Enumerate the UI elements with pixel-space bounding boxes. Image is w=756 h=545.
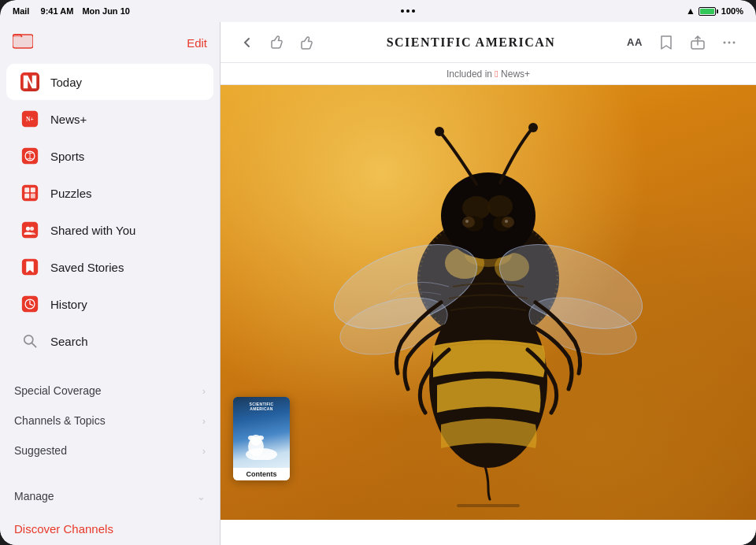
svg-point-20 xyxy=(724,41,726,43)
status-bar-right: ▲ 100% xyxy=(686,6,743,17)
svg-rect-7 xyxy=(24,187,29,192)
nav-item-sports[interactable]: Sports xyxy=(6,138,213,174)
sports-label: Sports xyxy=(50,150,84,163)
sports-icon xyxy=(19,145,41,167)
search-label: Search xyxy=(50,335,88,348)
battery-nub xyxy=(717,9,718,13)
chevron-right-icon-channels: › xyxy=(202,415,206,427)
share-button[interactable] xyxy=(684,28,712,57)
today-label: Today xyxy=(50,76,82,89)
nav-group xyxy=(233,28,321,57)
nav-item-search[interactable]: Search xyxy=(6,323,213,359)
battery-icon xyxy=(699,7,718,16)
dislike-button[interactable] xyxy=(263,28,291,57)
svg-point-21 xyxy=(728,41,731,43)
svg-point-43 xyxy=(505,220,508,223)
back-icon xyxy=(240,35,254,50)
svg-rect-9 xyxy=(24,194,29,198)
channels-topics-label: Channels & Topics xyxy=(14,414,106,427)
history-label: History xyxy=(50,298,87,311)
expand-special-coverage[interactable]: Special Coverage › xyxy=(0,376,220,406)
more-icon xyxy=(721,35,737,50)
like-button[interactable] xyxy=(293,28,321,57)
manage-links-container: Discover Channels Notifications & Email … xyxy=(0,511,220,545)
today-n-icon xyxy=(20,72,39,91)
svg-point-48 xyxy=(258,436,264,440)
article-body: SCIENTIFICAMERICAN Contents xyxy=(220,85,756,545)
saved-icon xyxy=(19,256,41,278)
svg-line-18 xyxy=(32,343,36,347)
ipad-frame: Mail 9:41 AM Mon Jun 10 ▲ 100% xyxy=(0,0,756,545)
folder-icon[interactable] xyxy=(13,32,33,54)
expand-channels-topics[interactable]: Channels & Topics › xyxy=(0,406,220,436)
svg-point-33 xyxy=(435,127,444,136)
history-icon xyxy=(19,293,41,315)
svg-rect-11 xyxy=(22,222,38,238)
article-toolbar: SCIENTIFIC AMERICAN AA xyxy=(220,22,756,63)
nav-section-manage: Manage ⌄ Discover Channels Notifications… xyxy=(0,478,220,545)
newsplus-icon: N+ xyxy=(19,108,41,130)
nav-item-history[interactable]: History xyxy=(6,286,213,322)
special-coverage-label: Special Coverage xyxy=(14,384,102,397)
thumb-sci-am-label: SCIENTIFICAMERICAN xyxy=(233,399,290,411)
nav-item-saved[interactable]: Saved Stories xyxy=(6,249,213,285)
newsplus-banner: Included in  News+ xyxy=(220,63,756,85)
toolbar-right-group: AA xyxy=(621,28,743,57)
nav-item-newsplus[interactable]: N+ News+ xyxy=(6,101,213,137)
share-icon xyxy=(690,35,706,50)
edit-button[interactable]: Edit xyxy=(187,36,207,50)
nav-item-shared[interactable]: Shared with You xyxy=(6,212,213,248)
article-publication-title: SCIENTIFIC AMERICAN xyxy=(328,35,614,50)
svg-text:N+: N+ xyxy=(26,116,34,123)
bookmark-icon xyxy=(659,35,673,50)
main-content: SCIENTIFIC AMERICAN AA xyxy=(220,22,756,545)
back-button[interactable] xyxy=(233,28,261,57)
font-size-label: AA xyxy=(627,36,643,48)
nav-item-today[interactable]: Today xyxy=(6,64,213,100)
battery-body xyxy=(699,7,716,16)
manage-label: Manage xyxy=(14,490,54,502)
newsplus-banner-text: Included in  News+ xyxy=(447,69,530,80)
newsplus-label: News+ xyxy=(50,113,87,126)
sidebar: Edit Today xyxy=(0,22,220,545)
chevron-right-icon-suggested: › xyxy=(202,445,206,457)
font-size-button[interactable]: AA xyxy=(621,28,649,57)
magazine-thumbnail[interactable]: SCIENTIFICAMERICAN Contents xyxy=(233,397,290,480)
svg-rect-8 xyxy=(31,187,35,192)
svg-point-41 xyxy=(502,217,514,228)
battery-pct: 100% xyxy=(721,6,743,16)
chevron-right-icon-special: › xyxy=(202,385,206,397)
manage-header[interactable]: Manage ⌄ xyxy=(0,481,220,511)
chevron-down-icon-manage: ⌄ xyxy=(197,491,206,502)
page-indicator xyxy=(457,504,520,507)
app-container: Edit Today xyxy=(0,22,756,545)
like-icon xyxy=(299,35,315,50)
dot2 xyxy=(406,9,410,13)
svg-point-34 xyxy=(528,123,538,132)
status-date: Mon Jun 10 xyxy=(82,6,130,16)
svg-rect-6 xyxy=(22,185,38,201)
battery-fill xyxy=(700,9,714,14)
nav-item-puzzles[interactable]: Puzzles xyxy=(6,175,213,211)
puzzles-icon xyxy=(19,182,41,204)
svg-point-47 xyxy=(248,436,254,440)
bee-illustration xyxy=(220,85,756,520)
dislike-icon xyxy=(269,35,285,50)
expand-suggested[interactable]: Suggested › xyxy=(0,436,220,465)
nav-section-main: Today N+ News+ xyxy=(0,60,220,363)
status-bar: Mail 9:41 AM Mon Jun 10 ▲ 100% xyxy=(0,0,756,22)
svg-rect-10 xyxy=(31,194,35,198)
more-button[interactable] xyxy=(715,28,743,57)
polar-bear-icon xyxy=(242,432,281,460)
suggested-label: Suggested xyxy=(14,444,67,457)
nav-section-expand: Special Coverage › Channels & Topics › S… xyxy=(0,373,220,469)
svg-point-12 xyxy=(26,227,30,231)
bookmark-button[interactable] xyxy=(652,28,680,57)
shared-label: Shared with You xyxy=(50,224,135,237)
magazine-contents-label: Contents xyxy=(233,468,290,480)
status-time: 9:41 AM xyxy=(41,6,74,16)
sidebar-header: Edit xyxy=(0,22,220,60)
today-icon xyxy=(19,71,41,93)
dot3 xyxy=(412,9,415,13)
discover-channels-link[interactable]: Discover Channels xyxy=(0,514,220,543)
